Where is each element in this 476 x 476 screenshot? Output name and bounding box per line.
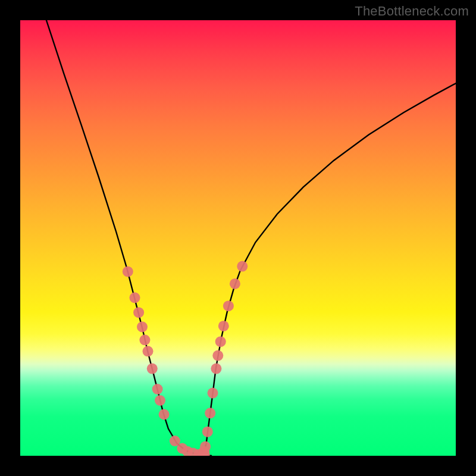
curve-path (46, 20, 456, 456)
marker-dot (159, 409, 170, 420)
marker-dot (137, 321, 148, 332)
marker-dot (143, 346, 154, 356)
marker-dot (205, 408, 215, 418)
marker-dot (208, 388, 218, 399)
marker-dot (202, 427, 213, 437)
markers-group (123, 261, 248, 456)
marker-dot (237, 261, 248, 272)
marker-dot (211, 364, 221, 374)
marker-dot (215, 336, 226, 347)
marker-dot (133, 307, 144, 318)
marker-dot (230, 278, 240, 289)
chart-frame: TheBottleneck.com (0, 0, 476, 476)
plot-area (20, 20, 456, 456)
marker-dot (155, 395, 165, 406)
marker-dot (212, 350, 223, 361)
marker-dot (147, 364, 158, 374)
marker-dot (223, 300, 234, 311)
marker-dot (139, 334, 150, 345)
marker-dot (200, 441, 211, 452)
marker-dot (123, 266, 133, 277)
chart-svg (20, 20, 456, 456)
marker-dot (130, 292, 140, 303)
watermark-text: TheBottleneck.com (355, 4, 469, 19)
marker-dot (218, 321, 229, 331)
marker-dot (152, 384, 163, 394)
